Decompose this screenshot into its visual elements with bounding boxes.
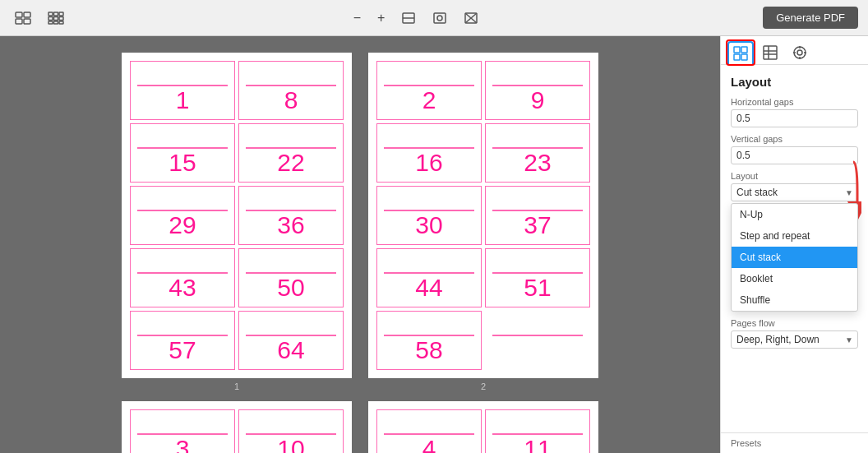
presets-bar: Presets [721,432,868,453]
layout-select-wrapper: N-Up Step and repeat Cut stack Booklet S… [731,183,858,201]
toolbar-left [10,8,69,28]
pages-row-1: 1 8 15 22 29 36 43 50 57 64 1 2 9 [122,53,598,391]
fit-page-button[interactable] [396,8,421,28]
card-57: 57 [130,311,235,370]
card-11: 11 [485,409,590,453]
layout-select[interactable]: N-Up Step and repeat Cut stack Booklet S… [731,183,858,201]
card-50: 50 [238,248,344,307]
toolbar-center: − + [76,7,756,29]
card-36: 36 [238,186,344,245]
vertical-gaps-input[interactable] [731,146,858,164]
page-1-wrapper: 1 8 15 22 29 36 43 50 57 64 1 [122,53,352,391]
option-booklet[interactable]: Booklet [732,268,857,289]
card-15: 15 [130,123,235,183]
page-1: 1 8 15 22 29 36 43 50 57 64 [122,53,352,378]
svg-rect-6 [59,12,63,16]
layout-dropdown: N-Up Step and repeat Cut stack Booklet S… [731,203,858,312]
layout-title: Layout [731,75,858,89]
vertical-gaps-label: Vertical gaps [731,134,858,144]
page-2: 2 9 16 23 30 37 44 51 58 [368,53,598,378]
svg-rect-15 [434,13,446,23]
card-23: 23 [485,123,590,183]
page-1-label: 1 [234,381,239,391]
page-3-wrapper: 3 10 [122,401,352,453]
pages-flow-label: Pages flow [731,318,858,328]
svg-rect-10 [48,21,53,24]
card-2: 2 [376,61,482,120]
svg-rect-1 [24,12,30,17]
svg-point-28 [794,47,806,58]
page-3: 3 10 [122,401,352,453]
card-51: 51 [485,248,590,307]
svg-rect-5 [54,12,58,16]
tab-table[interactable] [757,41,783,64]
grid-icon-btn[interactable] [43,8,69,28]
generate-pdf-button[interactable]: Generate PDF [763,7,858,29]
pages-flow-select-wrapper: Deep, Right, Down ▼ [731,331,858,349]
card-empty [485,311,590,370]
svg-rect-2 [16,19,22,24]
card-64: 64 [238,311,344,370]
svg-rect-23 [741,54,747,60]
svg-rect-21 [741,47,747,53]
option-cut-stack[interactable]: Cut stack [732,247,857,268]
option-step-repeat[interactable]: Step and repeat [732,225,857,247]
card-58: 58 [376,311,482,370]
svg-rect-20 [734,47,740,53]
svg-rect-24 [764,46,777,59]
card-9: 9 [485,61,590,120]
toolbar: − + Generate PDF [0,0,868,36]
svg-point-29 [797,50,802,55]
page-2-label: 2 [481,381,486,391]
svg-rect-7 [48,16,53,20]
panel-content: Layout Horizontal gaps Vertical gaps Lay… [721,65,868,432]
toolbar-right: Generate PDF [763,7,858,29]
card-43: 43 [130,248,235,307]
card-29: 29 [130,186,235,245]
card-44: 44 [376,248,482,307]
pages-row-2: 3 10 4 11 [122,401,598,453]
card-3: 3 [130,409,235,453]
option-nup[interactable]: N-Up [732,204,857,225]
card-8: 8 [238,61,344,120]
svg-rect-22 [734,54,740,60]
svg-rect-8 [54,16,58,20]
zoom-wide-button[interactable] [459,8,483,28]
card-1: 1 [130,61,235,120]
right-panel: Layout Horizontal gaps Vertical gaps Lay… [720,36,868,453]
svg-rect-3 [24,19,30,24]
option-shuffle[interactable]: Shuffle [732,289,857,311]
horizontal-gaps-label: Horizontal gaps [731,97,858,107]
svg-rect-4 [48,12,53,16]
horizontal-gaps-input[interactable] [731,109,858,127]
layout-field-label: Layout [731,171,858,181]
svg-rect-0 [16,12,22,17]
svg-rect-11 [54,21,58,24]
zoom-fit-button[interactable] [427,8,452,28]
card-4: 4 [376,409,482,453]
tab-target[interactable] [787,41,813,64]
presets-label: Presets [731,438,761,448]
pages-flow-select[interactable]: Deep, Right, Down [731,331,858,349]
main-container: 1 8 15 22 29 36 43 50 57 64 1 2 9 [0,36,868,453]
svg-rect-12 [59,21,63,24]
card-22: 22 [238,123,344,183]
page-2-wrapper: 2 9 16 23 30 37 44 51 58 2 [368,53,598,391]
card-37: 37 [485,186,590,245]
panel-tabs [721,36,868,65]
zoom-in-button[interactable]: + [372,7,390,29]
page-4: 4 11 [368,401,598,453]
page-4-wrapper: 4 11 [368,401,598,453]
card-30: 30 [376,186,482,245]
card-10: 10 [238,409,344,453]
svg-rect-9 [59,16,63,20]
zoom-out-button[interactable]: − [349,7,366,29]
card-16: 16 [376,123,482,183]
layout-icon-btn[interactable] [10,8,36,28]
canvas-area: 1 8 15 22 29 36 43 50 57 64 1 2 9 [0,36,720,453]
svg-point-16 [437,16,442,21]
tab-grid[interactable] [727,41,754,64]
